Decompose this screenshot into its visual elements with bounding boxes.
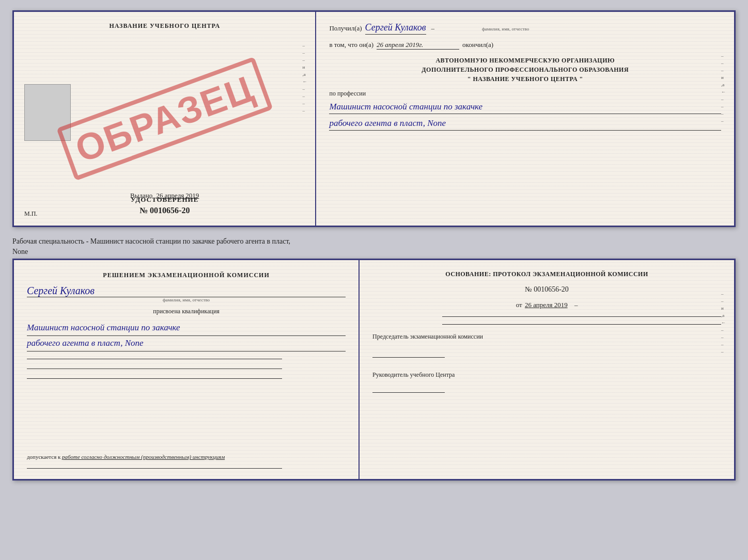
right-edge-marks-bottom: ––и,а←–––– bbox=[721, 291, 726, 354]
page-wrapper: НАЗВАНИЕ УЧЕБНОГО ЦЕНТРА ОБРАЗЕЦ УДОСТОВ… bbox=[12, 10, 736, 481]
predsedatel-text: Председатель экзаменационной комиссии bbox=[372, 333, 483, 340]
poluchil-label: Получил(а) bbox=[329, 24, 362, 33]
subtitle-text: Рабочая специальность - Машинист насосно… bbox=[12, 237, 290, 245]
okonchil-label: окончил(а) bbox=[462, 41, 493, 49]
osnovanie-title: Основание: протокол экзаменационной коми… bbox=[372, 270, 721, 278]
top-document: НАЗВАНИЕ УЧЕБНОГО ЦЕНТРА ОБРАЗЕЦ УДОСТОВ… bbox=[12, 10, 736, 227]
poluchil-line: Получил(а) Сергей Кулаков – фамилия, имя… bbox=[329, 22, 721, 35]
photo-placeholder bbox=[24, 84, 71, 141]
blank-right-2 bbox=[442, 324, 721, 325]
obrazec-stamp: ОБРАЗЕЦ bbox=[56, 57, 273, 181]
bottom-name-block: Сергей Кулаков фамилия, имя, отчество bbox=[27, 285, 346, 302]
predsedatel-label: Председатель экзаменационной комиссии bbox=[372, 332, 721, 341]
dopuskaetsya-text: работе согласно должностным (производств… bbox=[62, 454, 225, 460]
blank-line-2 bbox=[27, 369, 282, 369]
ot-date-value: 26 апреля 2019 bbox=[525, 301, 568, 309]
po-professii-block: по профессии Машинист насосной станции п… bbox=[329, 90, 721, 131]
blank-line-1 bbox=[27, 359, 282, 359]
bottom-fio-hint: фамилия, имя, отчество bbox=[27, 297, 346, 302]
bottom-doc-left: Решением экзаменационной комиссии Сергей… bbox=[14, 260, 360, 479]
top-doc-right: Получил(а) Сергей Кулаков – фамилия, имя… bbox=[316, 12, 734, 226]
subtitle-block: Рабочая специальность - Машинист насосно… bbox=[12, 232, 736, 259]
subtitle-text2: None bbox=[12, 248, 28, 255]
top-center-title: НАЗВАНИЕ УЧЕБНОГО ЦЕНТРА bbox=[24, 22, 305, 30]
prisvoena-label: присвоена квалификация bbox=[27, 308, 346, 315]
bottom-doc-right: Основание: протокол экзаменационной коми… bbox=[360, 260, 734, 479]
protokol-num: № 0010656-20 bbox=[372, 285, 721, 294]
resheniem-title: Решением экзаменационной комиссии bbox=[27, 270, 346, 280]
dopuskaetsya-block: допускается к работе согласно должностны… bbox=[27, 454, 346, 460]
org-name-block: АВТОНОМНУЮ НЕКОММЕРЧЕСКУЮ ОРГАНИЗАЦИЮ ДО… bbox=[329, 56, 721, 84]
recipient-name: Сергей Кулаков bbox=[365, 22, 426, 35]
blank-line-3 bbox=[27, 378, 282, 379]
bottom-document: Решением экзаменационной комиссии Сергей… bbox=[12, 259, 736, 481]
ot-label: от bbox=[516, 301, 522, 309]
blank-right-1 bbox=[442, 316, 721, 317]
vtom-date: 26 апреля 2019г. bbox=[377, 41, 459, 50]
udostoverenie-title: УДОСТОВЕРЕНИЕ bbox=[24, 196, 305, 204]
right-edge-marks: –––и,а←–––– bbox=[302, 43, 307, 113]
predsedatel-line bbox=[372, 348, 445, 358]
right-edge-marks-top: –––и,а←–––– bbox=[721, 53, 726, 123]
fio-hint-top: фамилия, имя, отчество bbox=[482, 26, 529, 31]
kvalf-line2: рабочего агента в пласт, None bbox=[27, 336, 346, 351]
org-line3: " НАЗВАНИЕ УЧЕБНОГО ЦЕНТРА " bbox=[329, 74, 721, 84]
dopuskaetsya-prefix: допускается к bbox=[27, 454, 60, 460]
org-line1: АВТОНОМНУЮ НЕКОММЕРЧЕСКУЮ ОРГАНИЗАЦИЮ bbox=[329, 56, 721, 65]
kvalf-line1: Машинист насосной станции по закачке bbox=[27, 321, 346, 336]
bottom-person-name: Сергей Кулаков bbox=[27, 285, 346, 297]
vtom-label: в том, что он(а) bbox=[329, 41, 373, 49]
po-professii-label: по профессии bbox=[329, 90, 721, 98]
kvalf-block: Машинист насосной станции по закачке раб… bbox=[27, 321, 346, 351]
vtom-line: в том, что он(а) 26 апреля 2019г. окончи… bbox=[329, 41, 721, 50]
profession-line1: Машинист насосной станции по закачке bbox=[329, 100, 721, 114]
top-doc-left: НАЗВАНИЕ УЧЕБНОГО ЦЕНТРА ОБРАЗЕЦ УДОСТОВ… bbox=[14, 12, 316, 226]
udostoverenie-block: УДОСТОВЕРЕНИЕ № 0010656-20 bbox=[24, 196, 305, 215]
rukovoditel-block: Руководитель учебного Центра bbox=[372, 370, 721, 395]
blank-line-4 bbox=[27, 468, 282, 469]
profession-line2: рабочего агента в пласт, None bbox=[329, 116, 721, 131]
org-line2: ДОПОЛНИТЕЛЬНОГО ПРОФЕССИОНАЛЬНОГО ОБРАЗО… bbox=[329, 65, 721, 74]
rukovoditel-text: Руководитель учебного Центра bbox=[372, 371, 455, 378]
ot-date-block: от 26 апреля 2019 – bbox=[372, 301, 721, 309]
rukovoditel-label: Руководитель учебного Центра bbox=[372, 370, 721, 379]
rukovoditel-line bbox=[372, 383, 445, 393]
udostoverenie-num: № 0010656-20 bbox=[24, 206, 305, 215]
